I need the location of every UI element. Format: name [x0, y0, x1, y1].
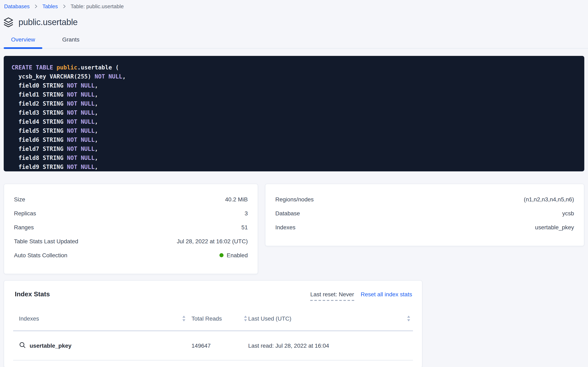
tab-bar: Overview Grants: [0, 36, 588, 49]
chevron-right-icon: [34, 4, 38, 9]
index-stats-row: usertable_pkey 149647 Last read: Jul 28,…: [13, 331, 413, 360]
sql-line: field0 STRING NOT NULL,: [11, 81, 584, 90]
search-icon: [19, 342, 26, 350]
chevron-right-icon: [62, 4, 66, 9]
reset-all-index-stats-link[interactable]: Reset all index stats: [361, 291, 412, 298]
breadcrumb-link-tables[interactable]: Tables: [42, 3, 58, 9]
stat-row-replicas: Replicas 3: [14, 206, 248, 220]
page-header: public.usertable: [4, 17, 588, 27]
tab-grants[interactable]: Grants: [55, 36, 87, 48]
sql-line: ycsb_key VARCHAR(255) NOT NULL,: [11, 72, 584, 81]
sort-arrows-icon[interactable]: [407, 315, 411, 322]
status-badge: Enabled: [227, 252, 248, 259]
sort-arrows-icon[interactable]: [244, 315, 247, 322]
breadcrumb-current: Table: public.usertable: [70, 3, 124, 9]
sql-line: field9 STRING NOT NULL,: [11, 162, 584, 171]
tab-overview[interactable]: Overview: [4, 36, 42, 48]
regions-card: Regions/nodes (n1,n2,n3,n4,n5,n6) Databa…: [265, 184, 584, 246]
green-dot-icon: [219, 253, 223, 257]
stat-row-regions: Regions/nodes (n1,n2,n3,n4,n5,n6): [275, 192, 574, 206]
sql-line: field8 STRING NOT NULL,: [11, 153, 584, 162]
index-name-link[interactable]: usertable_pkey: [30, 342, 72, 349]
table-details-page: Databases Tables Table: public.usertable…: [0, 0, 588, 367]
table-details-card: Size 40.2 MiB Replicas 3 Ranges 51 Table…: [4, 184, 258, 274]
stat-row-size: Size 40.2 MiB: [14, 192, 248, 206]
breadcrumb-link-databases[interactable]: Databases: [4, 3, 30, 9]
stat-row-auto-stats: Auto Stats Collection Enabled: [14, 248, 248, 262]
stat-row-database: Database ycsb: [275, 206, 574, 220]
index-stats-title: Index Stats: [15, 291, 50, 298]
create-table-statement: CREATE TABLE public.usertable ( ycsb_key…: [4, 56, 584, 171]
stat-row-stats-updated: Table Stats Last Updated Jul 28, 2022 at…: [14, 234, 248, 248]
index-stats-table: Indexes Total Reads Last Used (UTC): [13, 307, 413, 360]
column-header-indexes[interactable]: Indexes: [13, 315, 186, 322]
sql-line: field3 STRING NOT NULL,: [11, 108, 584, 117]
layers-icon: [4, 17, 13, 27]
last-reset-info[interactable]: Last reset: Never: [310, 291, 354, 301]
total-reads-value: 149647: [191, 342, 211, 349]
index-stats-table-header: Indexes Total Reads Last Used (UTC): [13, 307, 413, 331]
stat-row-indexes: Indexes usertable_pkey: [275, 220, 574, 234]
page-title: public.usertable: [18, 17, 78, 27]
sql-line: field2 STRING NOT NULL,: [11, 99, 584, 108]
sql-line: CREATE TABLE public.usertable (: [11, 63, 584, 72]
sql-line: field7 STRING NOT NULL,: [11, 144, 584, 153]
sql-line: field5 STRING NOT NULL,: [11, 126, 584, 135]
column-header-last-used[interactable]: Last Used (UTC): [247, 315, 413, 322]
breadcrumb: Databases Tables Table: public.usertable: [0, 0, 588, 9]
sort-arrows-icon[interactable]: [182, 315, 186, 322]
index-stats-header: Index Stats Last reset: Never Reset all …: [4, 281, 422, 301]
sql-line: field6 STRING NOT NULL,: [11, 135, 584, 144]
sql-line: field4 STRING NOT NULL,: [11, 117, 584, 126]
stat-row-ranges: Ranges 51: [14, 220, 248, 234]
last-used-value: Last read: Jul 28, 2022 at 16:04: [248, 342, 329, 349]
index-stats-card: Index Stats Last reset: Never Reset all …: [4, 280, 422, 367]
column-header-total-reads[interactable]: Total Reads: [186, 315, 247, 322]
sql-line: field1 STRING NOT NULL,: [11, 90, 584, 99]
details-cards: Size 40.2 MiB Replicas 3 Ranges 51 Table…: [4, 184, 584, 274]
